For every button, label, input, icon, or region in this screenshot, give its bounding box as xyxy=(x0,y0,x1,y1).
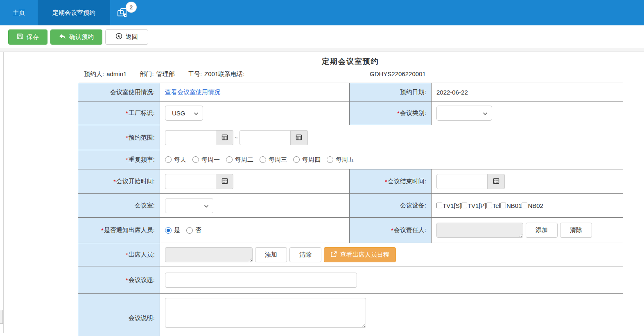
radio-every-day[interactable]: 每天 xyxy=(165,156,186,164)
employee-no-label: 工号: xyxy=(188,70,202,77)
devices-label-cell: 会议设备: xyxy=(350,194,432,217)
tab-home[interactable]: 主页 xyxy=(0,0,38,25)
range-start-group xyxy=(165,130,233,145)
calendar-icon xyxy=(221,134,228,142)
radio-label: 每周三 xyxy=(269,156,287,164)
required-asterisk: * xyxy=(385,178,387,185)
description-textarea[interactable] xyxy=(165,298,366,328)
form-subheader: 预约人:admin1 部门:管理部 工号:Z001联系电话: xyxy=(84,70,244,78)
checkbox-box xyxy=(500,203,506,208)
attendees-textarea[interactable] xyxy=(165,247,253,262)
attendees-clear-button[interactable]: 清除 xyxy=(289,247,321,262)
checkbox-nb02[interactable]: NB02 xyxy=(522,202,543,209)
radio-every-thursday[interactable]: 每周四 xyxy=(293,156,321,164)
chevron-down-icon xyxy=(194,110,199,117)
range-label-cell: * 预约范围: xyxy=(78,125,160,150)
radio-every-monday[interactable]: 每周一 xyxy=(192,156,220,164)
reservation-form: 定期会议室预约 预约人:admin1 部门:管理部 工号:Z001联系电话: G… xyxy=(78,52,623,336)
factory-label: 工厂标识: xyxy=(129,109,155,117)
topic-input[interactable] xyxy=(165,273,357,288)
category-value-cell xyxy=(432,101,623,125)
meeting-room-select[interactable] xyxy=(165,198,213,213)
checkbox-label: Tel xyxy=(493,202,500,209)
range-value-cell: ~ xyxy=(160,125,623,150)
required-asterisk: * xyxy=(126,251,128,258)
meeting-room-label: 会议室: xyxy=(135,202,155,210)
content-panel-left-border xyxy=(3,52,4,333)
attendees-label: 出席人员: xyxy=(129,251,155,259)
checkbox-tv1p[interactable]: TV1[P] xyxy=(461,202,486,209)
radio-label: 每天 xyxy=(174,156,186,164)
radio-label: 每周一 xyxy=(201,156,220,164)
row-notify-owner: * 是否通知出席人员: 是 否 * 会议责任人: 添加 清除 xyxy=(78,218,623,243)
radio-label: 否 xyxy=(195,226,201,234)
checkbox-label: NB02 xyxy=(528,202,543,209)
category-select[interactable] xyxy=(436,106,492,121)
range-end-input[interactable] xyxy=(240,130,291,145)
owner-clear-button[interactable]: 清除 xyxy=(560,223,592,238)
topic-value-cell xyxy=(160,266,623,293)
radio-label: 每周四 xyxy=(302,156,321,164)
end-time-calendar-button[interactable] xyxy=(488,174,505,189)
confirm-reservation-button[interactable]: 确认预约 xyxy=(50,29,102,45)
form-title: 定期会议室预约 xyxy=(78,52,623,66)
category-label-cell: * 会议类别: xyxy=(350,101,432,125)
checkbox-tel[interactable]: Tel xyxy=(486,202,500,209)
meeting-room-label-cell: 会议室: xyxy=(78,194,160,217)
notify-value-cell: 是 否 xyxy=(160,218,350,243)
range-start-calendar-button[interactable] xyxy=(216,130,233,145)
radio-every-wednesday[interactable]: 每周三 xyxy=(260,156,287,164)
owner-value-cell: 添加 清除 xyxy=(432,218,623,243)
row-room-devices: 会议室: 会议设备: TV1[S] TV1[P] Tel NB01 NB02 xyxy=(78,194,623,218)
topic-label-cell: * 会议议题: xyxy=(78,266,160,293)
frequency-label-cell: * 重复频率: xyxy=(78,150,160,169)
factory-value-cell: USG xyxy=(160,101,350,125)
confirm-button-label: 确认预约 xyxy=(69,33,94,41)
owner-add-button[interactable]: 添加 xyxy=(526,223,558,238)
open-windows-button[interactable]: 2 xyxy=(110,0,138,25)
save-button[interactable]: 保存 xyxy=(8,29,47,45)
radio-circle xyxy=(260,156,266,163)
radio-notify-no[interactable]: 否 xyxy=(186,226,201,234)
radio-label: 每周二 xyxy=(235,156,253,164)
checkbox-box xyxy=(522,203,527,208)
start-time-input[interactable] xyxy=(165,174,216,189)
room-usage-value-cell: 查看会议室使用情况 xyxy=(160,83,350,101)
required-asterisk: * xyxy=(113,178,116,185)
end-time-value-cell xyxy=(432,169,623,193)
view-room-usage-link[interactable]: 查看会议室使用情况 xyxy=(165,88,220,96)
range-start-input[interactable] xyxy=(165,130,216,145)
tab-periodic-meeting-reservation[interactable]: 定期会议室预约 xyxy=(38,0,110,25)
view-attendee-schedule-button[interactable]: 查看出席人员日程 xyxy=(324,247,396,262)
radio-circle xyxy=(293,156,300,163)
required-asterisk: * xyxy=(101,227,104,234)
row-factory-category: * 工厂标识: USG * 会议类别: xyxy=(78,101,623,125)
radio-notify-yes[interactable]: 是 xyxy=(165,226,180,234)
room-usage-label: 会议室使用情况: xyxy=(110,88,155,96)
radio-circle-checked xyxy=(165,227,172,234)
range-end-group xyxy=(240,130,308,145)
range-separator: ~ xyxy=(235,134,238,141)
radio-every-friday[interactable]: 每周五 xyxy=(327,156,354,164)
back-button[interactable]: 返回 xyxy=(105,29,148,45)
frequency-label: 重复频率: xyxy=(129,156,155,164)
checkbox-tv1s[interactable]: TV1[S] xyxy=(436,202,461,209)
notify-label-cell: * 是否通知出席人员: xyxy=(78,218,160,243)
checkbox-label: NB01 xyxy=(506,202,522,209)
end-time-input[interactable] xyxy=(436,174,488,189)
checkbox-box xyxy=(436,203,442,208)
checkbox-nb01[interactable]: NB01 xyxy=(500,202,522,209)
radio-every-tuesday[interactable]: 每周二 xyxy=(226,156,253,164)
attendees-add-button[interactable]: 添加 xyxy=(255,247,287,262)
range-end-calendar-button[interactable] xyxy=(291,130,308,145)
chevron-down-icon xyxy=(204,202,209,209)
left-scrollbar-fragment[interactable] xyxy=(0,310,3,324)
chevron-down-icon xyxy=(483,110,488,117)
factory-select[interactable]: USG xyxy=(165,106,203,121)
start-time-calendar-button[interactable] xyxy=(216,174,233,189)
owner-textarea[interactable] xyxy=(436,223,523,238)
radio-circle xyxy=(327,156,333,163)
start-time-value-cell xyxy=(160,169,350,193)
tab-periodic-label: 定期会议室预约 xyxy=(52,9,95,17)
row-room-usage: 会议室使用情况: 查看会议室使用情况 预约日期: 2022-06-22 xyxy=(78,83,623,101)
